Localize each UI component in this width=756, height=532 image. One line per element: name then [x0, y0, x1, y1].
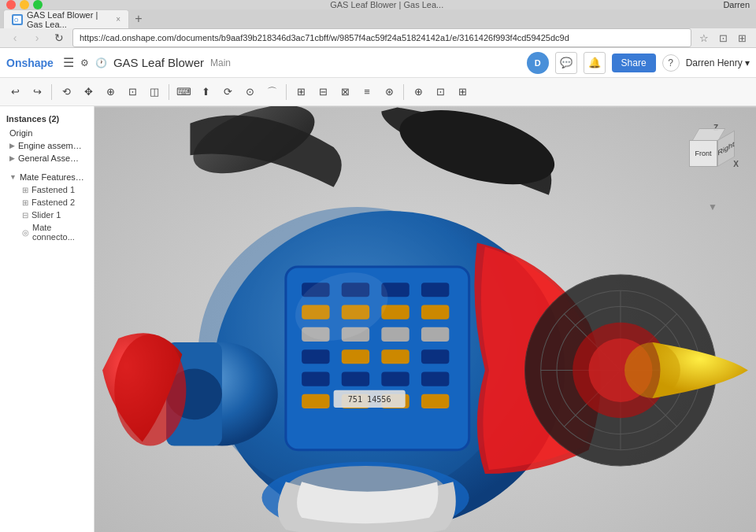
toolbar: ↩ ↪ ⟲ ✥ ⊕ ⊡ ◫ ⌨ ⬆ ⟳ ⊙ ⌒ ⊞ ⊟ ⊠ ≡ ⊛ ⊕ ⊡ ⊞: [0, 78, 756, 106]
svg-rect-15: [421, 283, 449, 297]
mate-connector-icon: ◎: [22, 228, 29, 237]
maximize-button[interactable]: [33, 0, 43, 9]
origin-label: Origin: [9, 128, 32, 138]
browser-window: GAS Leaf Blower | Gas Lea... Darren O GA…: [0, 0, 756, 532]
svg-rect-27: [421, 349, 449, 364]
cube-front-face[interactable]: Front: [689, 140, 717, 167]
tool-revolve[interactable]: ⟳: [217, 82, 238, 102]
model-svg: 751 14556: [94, 106, 756, 532]
svg-rect-26: [381, 349, 409, 364]
sidebar-general-assembly[interactable]: ▶ General Assembly <...: [6, 152, 87, 164]
svg-rect-35: [421, 394, 449, 408]
address-bar: ‹ › ↻ ☆ ⊡ ⊞: [0, 28, 756, 48]
share-icon[interactable]: ⊡: [715, 30, 731, 46]
onshape-header: Onshape ☰ ⚙ 🕐 GAS Leaf Blower Main D 💬 🔔…: [0, 48, 756, 78]
active-browser-tab[interactable]: O GAS Leaf Blower | Gas Lea... ×: [3, 9, 129, 28]
browser-title: GAS Leaf Blower | Gas Lea...: [50, 0, 723, 9]
tool-assembly-3[interactable]: ⊠: [335, 82, 355, 102]
tool-sketch[interactable]: ⌨: [173, 82, 194, 102]
fastened-1-item[interactable]: ⊞ Fastened 1: [6, 183, 87, 196]
new-tab-button[interactable]: +: [129, 9, 148, 28]
feature-tree-sidebar: Instances (2) Origin ▶ Engine assembly <…: [0, 106, 94, 532]
svg-rect-29: [342, 371, 369, 386]
tool-pan[interactable]: ✥: [78, 82, 98, 102]
x-axis-label: X: [733, 160, 739, 168]
svg-rect-22: [381, 327, 409, 342]
forward-button[interactable]: ›: [28, 29, 46, 46]
tool-assembly-2[interactable]: ⊟: [313, 82, 333, 102]
back-button[interactable]: ‹: [6, 29, 24, 46]
expand-icon-3: ▼: [9, 173, 17, 181]
svg-point-10: [114, 334, 186, 446]
instances-label: Instances (2): [6, 114, 87, 124]
3d-viewport[interactable]: 751 14556: [94, 106, 756, 532]
sidebar-origin[interactable]: Origin: [6, 127, 87, 139]
hamburger-menu[interactable]: ☰: [63, 55, 74, 70]
mate-features-header[interactable]: ▼ Mate Features (4): [6, 171, 87, 183]
clock-icon[interactable]: 🕐: [95, 57, 107, 68]
fastened-1-label: Fastened 1: [32, 185, 75, 194]
svg-text:O: O: [14, 17, 19, 23]
tool-rotate[interactable]: ⟲: [56, 82, 76, 102]
svg-rect-19: [421, 305, 449, 319]
chat-icon-btn[interactable]: 💬: [555, 52, 577, 74]
tool-section[interactable]: ◫: [144, 82, 165, 102]
reload-button[interactable]: ↻: [50, 29, 68, 46]
slider-1-item[interactable]: ⊟ Slider 1: [6, 209, 87, 221]
mate-features-section: ▼ Mate Features (4) ⊞ Fastened 1 ⊞ Faste…: [0, 168, 94, 246]
general-assembly-label: General Assembly <...: [18, 153, 84, 163]
cube-down-arrow[interactable]: ▼: [685, 201, 740, 212]
user-avatar-btn[interactable]: D: [527, 52, 549, 74]
tab-close-button[interactable]: ×: [116, 15, 120, 24]
user-menu[interactable]: Darren Henry ▾: [686, 57, 750, 68]
toolbar-separator-4: [403, 84, 404, 100]
browser-user: Darren: [723, 0, 750, 9]
svg-rect-25: [342, 349, 369, 364]
sidebar-engine-assembly[interactable]: ▶ Engine assembly <1>: [6, 139, 87, 152]
tool-assembly-1[interactable]: ⊞: [291, 82, 311, 102]
tool-more-1[interactable]: ⊕: [408, 82, 428, 102]
view-cube: Z Front Right: [685, 122, 740, 185]
main-content: Instances (2) Origin ▶ Engine assembly <…: [0, 106, 756, 532]
toolbar-separator-3: [286, 84, 287, 100]
app-subtitle: Main: [210, 57, 231, 68]
toolbar-separator-2: [169, 84, 169, 100]
tool-hole[interactable]: ⊙: [239, 82, 260, 102]
svg-rect-32: [302, 394, 329, 408]
notification-icon-btn[interactable]: 🔔: [584, 52, 606, 74]
fastened-2-item[interactable]: ⊞ Fastened 2: [6, 196, 87, 209]
mate-connector-item[interactable]: ◎ Mate connecto...: [6, 221, 87, 243]
minimize-button[interactable]: [20, 0, 29, 9]
window-controls: [6, 0, 43, 9]
mate-connector-label: Mate connecto...: [32, 223, 84, 242]
help-button[interactable]: ?: [662, 54, 680, 72]
svg-rect-28: [302, 371, 329, 386]
bookmark-icon[interactable]: ☆: [696, 30, 712, 46]
tool-more-2[interactable]: ⊡: [430, 82, 450, 102]
tool-redo[interactable]: ↪: [27, 82, 47, 102]
slider-1-icon: ⊟: [22, 211, 28, 220]
close-button[interactable]: [6, 0, 16, 9]
tab-label: GAS Leaf Blower | Gas Lea...: [27, 10, 112, 29]
url-input[interactable]: [72, 28, 691, 47]
address-bar-icons: ☆ ⊡ ⊞: [696, 30, 750, 46]
tool-select[interactable]: ↩: [5, 82, 25, 102]
tool-fillet[interactable]: ⌒: [261, 82, 282, 102]
share-button[interactable]: Share: [612, 54, 656, 72]
engine-assembly-label: Engine assembly <1>: [18, 141, 84, 150]
fastened-2-icon: ⊞: [22, 198, 28, 207]
settings-icon[interactable]: ⚙: [80, 57, 89, 68]
app-area: Onshape ☰ ⚙ 🕐 GAS Leaf Blower Main D 💬 🔔…: [0, 48, 756, 532]
tool-mate[interactable]: ⊛: [379, 82, 399, 102]
tool-zoom[interactable]: ⊕: [100, 82, 120, 102]
tool-extrude[interactable]: ⬆: [195, 82, 216, 102]
extensions-icon[interactable]: ⊞: [734, 30, 750, 46]
tab-favicon: O: [12, 14, 23, 25]
tool-fit[interactable]: ⊡: [122, 82, 143, 102]
tool-assembly-4[interactable]: ≡: [357, 82, 377, 102]
fastened-2-label: Fastened 2: [32, 198, 75, 207]
instances-section: Instances (2) Origin ▶ Engine assembly <…: [0, 111, 94, 168]
svg-rect-23: [421, 327, 449, 342]
mate-features-label: Mate Features (4): [20, 172, 84, 182]
tool-more-3[interactable]: ⊞: [452, 82, 472, 102]
